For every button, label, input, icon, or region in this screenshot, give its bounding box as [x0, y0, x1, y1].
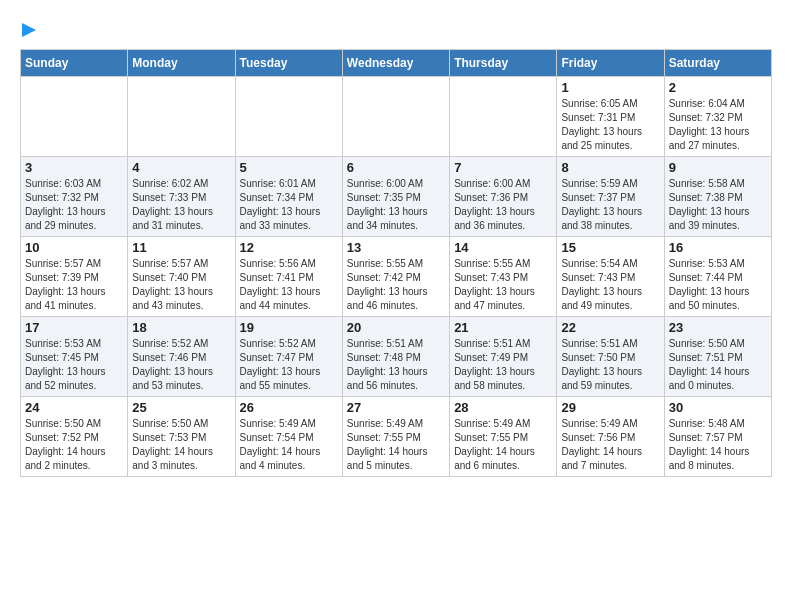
weekday-header: Friday: [557, 49, 664, 76]
weekday-header: Sunday: [21, 49, 128, 76]
day-number: 18: [132, 320, 230, 335]
day-number: 19: [240, 320, 338, 335]
calendar-cell: 28Sunrise: 5:49 AM Sunset: 7:55 PM Dayli…: [450, 396, 557, 476]
day-number: 13: [347, 240, 445, 255]
calendar-cell: 16Sunrise: 5:53 AM Sunset: 7:44 PM Dayli…: [664, 236, 771, 316]
day-info: Sunrise: 5:56 AM Sunset: 7:41 PM Dayligh…: [240, 257, 338, 313]
day-info: Sunrise: 5:57 AM Sunset: 7:40 PM Dayligh…: [132, 257, 230, 313]
calendar-cell: 18Sunrise: 5:52 AM Sunset: 7:46 PM Dayli…: [128, 316, 235, 396]
day-info: Sunrise: 6:02 AM Sunset: 7:33 PM Dayligh…: [132, 177, 230, 233]
day-number: 21: [454, 320, 552, 335]
day-info: Sunrise: 5:59 AM Sunset: 7:37 PM Dayligh…: [561, 177, 659, 233]
calendar-cell: 3Sunrise: 6:03 AM Sunset: 7:32 PM Daylig…: [21, 156, 128, 236]
day-info: Sunrise: 5:51 AM Sunset: 7:50 PM Dayligh…: [561, 337, 659, 393]
calendar-cell: 22Sunrise: 5:51 AM Sunset: 7:50 PM Dayli…: [557, 316, 664, 396]
weekday-header: Monday: [128, 49, 235, 76]
weekday-header: Thursday: [450, 49, 557, 76]
day-number: 30: [669, 400, 767, 415]
day-info: Sunrise: 5:51 AM Sunset: 7:49 PM Dayligh…: [454, 337, 552, 393]
day-number: 2: [669, 80, 767, 95]
day-info: Sunrise: 6:01 AM Sunset: 7:34 PM Dayligh…: [240, 177, 338, 233]
calendar-cell: 19Sunrise: 5:52 AM Sunset: 7:47 PM Dayli…: [235, 316, 342, 396]
day-number: 6: [347, 160, 445, 175]
calendar-cell: 24Sunrise: 5:50 AM Sunset: 7:52 PM Dayli…: [21, 396, 128, 476]
calendar-cell: 9Sunrise: 5:58 AM Sunset: 7:38 PM Daylig…: [664, 156, 771, 236]
day-number: 17: [25, 320, 123, 335]
calendar-cell: 17Sunrise: 5:53 AM Sunset: 7:45 PM Dayli…: [21, 316, 128, 396]
day-number: 12: [240, 240, 338, 255]
calendar-cell: 8Sunrise: 5:59 AM Sunset: 7:37 PM Daylig…: [557, 156, 664, 236]
day-number: 22: [561, 320, 659, 335]
calendar-cell: 11Sunrise: 5:57 AM Sunset: 7:40 PM Dayli…: [128, 236, 235, 316]
calendar-cell: 7Sunrise: 6:00 AM Sunset: 7:36 PM Daylig…: [450, 156, 557, 236]
calendar-cell: 13Sunrise: 5:55 AM Sunset: 7:42 PM Dayli…: [342, 236, 449, 316]
day-number: 29: [561, 400, 659, 415]
calendar-cell: 10Sunrise: 5:57 AM Sunset: 7:39 PM Dayli…: [21, 236, 128, 316]
calendar-header-row: SundayMondayTuesdayWednesdayThursdayFrid…: [21, 49, 772, 76]
calendar-cell: 14Sunrise: 5:55 AM Sunset: 7:43 PM Dayli…: [450, 236, 557, 316]
day-info: Sunrise: 5:53 AM Sunset: 7:44 PM Dayligh…: [669, 257, 767, 313]
day-number: 3: [25, 160, 123, 175]
day-number: 9: [669, 160, 767, 175]
calendar-cell: 1Sunrise: 6:05 AM Sunset: 7:31 PM Daylig…: [557, 76, 664, 156]
day-info: Sunrise: 5:49 AM Sunset: 7:54 PM Dayligh…: [240, 417, 338, 473]
calendar-cell: 27Sunrise: 5:49 AM Sunset: 7:55 PM Dayli…: [342, 396, 449, 476]
day-number: 10: [25, 240, 123, 255]
logo-blue-text: [20, 20, 36, 39]
day-number: 20: [347, 320, 445, 335]
day-number: 8: [561, 160, 659, 175]
calendar-cell: 25Sunrise: 5:50 AM Sunset: 7:53 PM Dayli…: [128, 396, 235, 476]
day-info: Sunrise: 5:52 AM Sunset: 7:46 PM Dayligh…: [132, 337, 230, 393]
weekday-header: Saturday: [664, 49, 771, 76]
day-info: Sunrise: 5:57 AM Sunset: 7:39 PM Dayligh…: [25, 257, 123, 313]
day-number: 16: [669, 240, 767, 255]
day-info: Sunrise: 5:49 AM Sunset: 7:56 PM Dayligh…: [561, 417, 659, 473]
day-info: Sunrise: 6:00 AM Sunset: 7:35 PM Dayligh…: [347, 177, 445, 233]
day-number: 4: [132, 160, 230, 175]
day-info: Sunrise: 6:03 AM Sunset: 7:32 PM Dayligh…: [25, 177, 123, 233]
day-info: Sunrise: 5:54 AM Sunset: 7:43 PM Dayligh…: [561, 257, 659, 313]
header: General Blue: [20, 20, 772, 39]
calendar-week-row: 10Sunrise: 5:57 AM Sunset: 7:39 PM Dayli…: [21, 236, 772, 316]
day-info: Sunrise: 6:00 AM Sunset: 7:36 PM Dayligh…: [454, 177, 552, 233]
calendar-cell: 23Sunrise: 5:50 AM Sunset: 7:51 PM Dayli…: [664, 316, 771, 396]
day-number: 25: [132, 400, 230, 415]
day-number: 26: [240, 400, 338, 415]
calendar-week-row: 1Sunrise: 6:05 AM Sunset: 7:31 PM Daylig…: [21, 76, 772, 156]
day-info: Sunrise: 6:04 AM Sunset: 7:32 PM Dayligh…: [669, 97, 767, 153]
day-info: Sunrise: 5:55 AM Sunset: 7:42 PM Dayligh…: [347, 257, 445, 313]
weekday-header: Tuesday: [235, 49, 342, 76]
calendar-cell: 2Sunrise: 6:04 AM Sunset: 7:32 PM Daylig…: [664, 76, 771, 156]
calendar-cell: 20Sunrise: 5:51 AM Sunset: 7:48 PM Dayli…: [342, 316, 449, 396]
day-info: Sunrise: 5:48 AM Sunset: 7:57 PM Dayligh…: [669, 417, 767, 473]
day-number: 1: [561, 80, 659, 95]
day-number: 15: [561, 240, 659, 255]
day-number: 28: [454, 400, 552, 415]
day-info: Sunrise: 5:50 AM Sunset: 7:52 PM Dayligh…: [25, 417, 123, 473]
calendar-cell: 26Sunrise: 5:49 AM Sunset: 7:54 PM Dayli…: [235, 396, 342, 476]
calendar-cell: 30Sunrise: 5:48 AM Sunset: 7:57 PM Dayli…: [664, 396, 771, 476]
day-number: 11: [132, 240, 230, 255]
calendar-cell: [128, 76, 235, 156]
day-info: Sunrise: 5:53 AM Sunset: 7:45 PM Dayligh…: [25, 337, 123, 393]
day-info: Sunrise: 5:55 AM Sunset: 7:43 PM Dayligh…: [454, 257, 552, 313]
calendar-week-row: 17Sunrise: 5:53 AM Sunset: 7:45 PM Dayli…: [21, 316, 772, 396]
calendar: SundayMondayTuesdayWednesdayThursdayFrid…: [20, 49, 772, 477]
day-number: 14: [454, 240, 552, 255]
day-info: Sunrise: 5:49 AM Sunset: 7:55 PM Dayligh…: [454, 417, 552, 473]
calendar-cell: 29Sunrise: 5:49 AM Sunset: 7:56 PM Dayli…: [557, 396, 664, 476]
day-info: Sunrise: 5:51 AM Sunset: 7:48 PM Dayligh…: [347, 337, 445, 393]
weekday-header: Wednesday: [342, 49, 449, 76]
day-info: Sunrise: 5:58 AM Sunset: 7:38 PM Dayligh…: [669, 177, 767, 233]
calendar-cell: 12Sunrise: 5:56 AM Sunset: 7:41 PM Dayli…: [235, 236, 342, 316]
day-number: 5: [240, 160, 338, 175]
calendar-week-row: 3Sunrise: 6:03 AM Sunset: 7:32 PM Daylig…: [21, 156, 772, 236]
calendar-cell: 4Sunrise: 6:02 AM Sunset: 7:33 PM Daylig…: [128, 156, 235, 236]
day-number: 24: [25, 400, 123, 415]
day-info: Sunrise: 6:05 AM Sunset: 7:31 PM Dayligh…: [561, 97, 659, 153]
calendar-cell: [235, 76, 342, 156]
calendar-cell: 15Sunrise: 5:54 AM Sunset: 7:43 PM Dayli…: [557, 236, 664, 316]
calendar-cell: [342, 76, 449, 156]
calendar-cell: 6Sunrise: 6:00 AM Sunset: 7:35 PM Daylig…: [342, 156, 449, 236]
day-number: 27: [347, 400, 445, 415]
